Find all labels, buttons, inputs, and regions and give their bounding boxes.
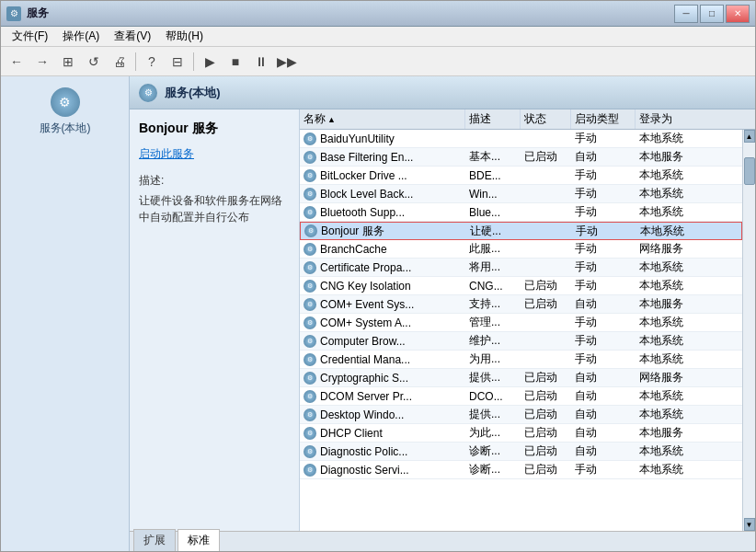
row-icon: ⚙ [304, 408, 316, 421]
tab-standard[interactable]: 标准 [178, 529, 220, 551]
tab-bar: 扩展 标准 [130, 531, 755, 551]
cell-desc: Win... [465, 188, 521, 201]
table-row[interactable]: ⚙ Cryptographic S... 提供... 已启动 自动 网络服务 [300, 369, 742, 387]
row-icon: ⚙ [304, 464, 316, 477]
menu-view[interactable]: 查看(V) [107, 27, 158, 46]
refresh-button[interactable]: ↺ [82, 50, 106, 74]
table-row[interactable]: ⚙ Certificate Propa... 将用... 手动 本地系统 [300, 259, 742, 277]
cell-startup: 手动 [571, 186, 636, 201]
table-row[interactable]: ⚙ BaiduYunUtility 手动 本地系统 [300, 130, 742, 148]
menu-bar: 文件(F) 操作(A) 查看(V) 帮助(H) [1, 27, 755, 47]
row-icon: ⚙ [304, 280, 316, 293]
cell-login: 本地系统 [636, 186, 709, 201]
cell-name: ⚙ BranchCache [300, 243, 465, 256]
table-row[interactable]: ⚙ DHCP Client 为此... 已启动 自动 本地服务 [300, 424, 742, 443]
service-link[interactable]: 启动此服务 [139, 146, 290, 162]
cell-desc: 管理... [465, 315, 521, 330]
tab-extended[interactable]: 扩展 [133, 529, 176, 551]
row-icon: ⚙ [304, 372, 316, 385]
cell-login: 本地系统 [636, 224, 710, 239]
sidebar-item-services[interactable]: ⚙ 服务(本地) [36, 84, 95, 140]
cell-status: 已启动 [521, 462, 571, 477]
close-button[interactable]: ✕ [726, 5, 750, 23]
cell-name: ⚙ Computer Brow... [300, 335, 465, 348]
table-row[interactable]: ⚙ Computer Brow... 维护... 手动 本地系统 [300, 332, 742, 351]
play-button[interactable]: ▶ [198, 50, 222, 74]
scroll-up[interactable]: ▲ [744, 130, 755, 143]
cell-startup: 手动 [571, 204, 636, 220]
col-login[interactable]: 登录为 [636, 109, 709, 129]
table-row[interactable]: ⚙ Desktop Windo... 提供... 已启动 自动 本地系统 [300, 406, 742, 424]
cell-desc: 支持... [465, 296, 521, 312]
forward-button[interactable]: → [30, 50, 54, 74]
col-desc[interactable]: 描述 [465, 109, 521, 129]
cell-status: 已启动 [521, 370, 571, 385]
export-button[interactable]: ⊟ [166, 50, 189, 74]
cell-login: 网络服务 [636, 370, 709, 385]
cell-status: 已启动 [521, 388, 571, 404]
print-button[interactable]: 🖨 [108, 50, 132, 74]
row-icon: ⚙ [304, 335, 316, 348]
cell-login: 本地系统 [636, 259, 709, 275]
cell-desc: 将用... [465, 259, 521, 275]
table-row[interactable]: ⚙ Diagnostic Servi... 诊断... 已启动 手动 本地系统 [300, 461, 742, 479]
menu-file[interactable]: 文件(F) [5, 27, 55, 46]
row-icon: ⚙ [304, 224, 317, 237]
cell-desc: DCO... [465, 390, 521, 403]
cell-name: ⚙ Diagnostic Servi... [300, 464, 465, 477]
cell-startup: 手动 [571, 131, 636, 146]
cell-status: 已启动 [521, 149, 571, 165]
cell-desc: BDE... [465, 169, 521, 182]
cell-login: 本地系统 [636, 131, 709, 146]
col-startup[interactable]: 启动类型 [571, 109, 636, 129]
table-row[interactable]: ⚙ BitLocker Drive ... BDE... 手动 本地系统 [300, 167, 742, 185]
back-button[interactable]: ← [5, 50, 29, 74]
scrollbar[interactable]: ▲ ▼ [742, 130, 755, 531]
main-window: ⚙ 服务 ─ □ ✕ 文件(F) 操作(A) 查看(V) 帮助(H) ← → ⊞… [0, 0, 756, 552]
table-row[interactable]: ⚙ Bluetooth Supp... Blue... 手动 本地系统 [300, 203, 742, 222]
cell-startup: 自动 [571, 149, 636, 165]
scroll-thumb[interactable] [744, 157, 755, 185]
cell-status: 已启动 [521, 425, 571, 441]
table-row[interactable]: ⚙ Bonjour 服务 让硬... 手动 本地系统 [300, 222, 742, 240]
cell-login: 本地系统 [636, 388, 709, 404]
window-controls: ─ □ ✕ [674, 5, 750, 23]
cell-startup: 自动 [571, 296, 636, 312]
scroll-down[interactable]: ▼ [744, 518, 755, 531]
col-name[interactable]: 名称 ▲ [300, 109, 465, 129]
pause-button[interactable]: ⏸ [249, 50, 273, 74]
cell-startup: 自动 [571, 443, 636, 459]
row-icon: ⚙ [304, 169, 316, 182]
cell-desc: Blue... [465, 206, 521, 219]
table-row[interactable]: ⚙ BranchCache 此服... 手动 网络服务 [300, 240, 742, 259]
col-status[interactable]: 状态 [521, 109, 571, 129]
cell-name: ⚙ Block Level Back... [300, 188, 465, 201]
maximize-button[interactable]: □ [700, 5, 724, 23]
table-row[interactable]: ⚙ Diagnostic Polic... 诊断... 已启动 自动 本地系统 [300, 443, 742, 461]
table-row[interactable]: ⚙ Credential Mana... 为用... 手动 本地系统 [300, 351, 742, 369]
panel-body: Bonjour 服务 启动此服务 描述: 让硬件设备和软件服务在网络中自动配置并… [130, 109, 755, 531]
cell-name: ⚙ COM+ Event Sys... [300, 298, 465, 311]
cell-desc: CNG... [465, 280, 521, 293]
table-row[interactable]: ⚙ Block Level Back... Win... 手动 本地系统 [300, 185, 742, 203]
toolbar: ← → ⊞ ↺ 🖨 ? ⊟ ▶ ■ ⏸ ▶▶ [1, 47, 755, 76]
table-body-container: ⚙ BaiduYunUtility 手动 本地系统 ⚙ Base Filteri… [300, 130, 755, 531]
table-row[interactable]: ⚙ CNG Key Isolation CNG... 已启动 手动 本地系统 [300, 277, 742, 295]
row-icon: ⚙ [304, 427, 316, 440]
menu-help[interactable]: 帮助(H) [158, 27, 211, 46]
menu-action[interactable]: 操作(A) [55, 27, 107, 46]
view-button[interactable]: ⊞ [56, 50, 80, 74]
table-row[interactable]: ⚙ DCOM Server Pr... DCO... 已启动 自动 本地系统 [300, 387, 742, 406]
table-row[interactable]: ⚙ COM+ Event Sys... 支持... 已启动 自动 本地服务 [300, 295, 742, 314]
help-button[interactable]: ? [140, 50, 164, 74]
table-row[interactable]: ⚙ COM+ System A... 管理... 手动 本地系统 [300, 314, 742, 332]
cell-login: 本地系统 [636, 315, 709, 330]
cell-startup: 手动 [571, 167, 636, 183]
restart-button[interactable]: ▶▶ [275, 50, 299, 74]
table-row[interactable]: ⚙ Base Filtering En... 基本... 已启动 自动 本地服务 [300, 148, 742, 167]
minimize-button[interactable]: ─ [674, 5, 698, 23]
cell-login: 本地系统 [636, 167, 709, 183]
cell-name: ⚙ Diagnostic Polic... [300, 445, 465, 458]
panel-header: ⚙ 服务(本地) [130, 76, 755, 109]
stop-button[interactable]: ■ [223, 50, 247, 74]
